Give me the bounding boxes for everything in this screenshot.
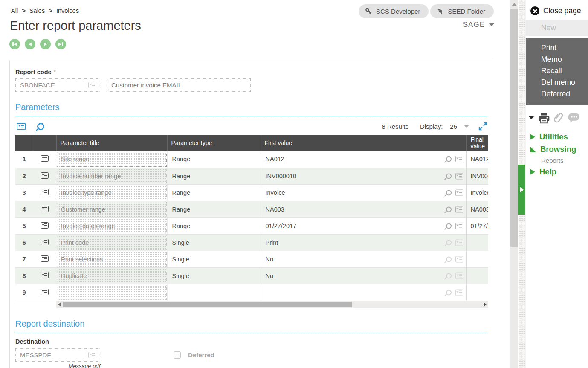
last-record-button[interactable] bbox=[55, 39, 66, 49]
row-detail-icon[interactable] bbox=[41, 239, 49, 245]
scroll-left-icon[interactable] bbox=[58, 302, 61, 307]
fullscreen-icon[interactable] bbox=[478, 122, 487, 131]
action-recall[interactable]: Recall bbox=[541, 65, 588, 77]
scrollbar-thumb[interactable] bbox=[63, 302, 352, 307]
new-button[interactable]: New bbox=[526, 20, 588, 36]
first-value-cell[interactable] bbox=[261, 284, 466, 301]
chevron-down-icon[interactable] bbox=[529, 116, 534, 119]
row-detail-icon[interactable] bbox=[41, 155, 49, 162]
row-detail-icon[interactable] bbox=[41, 189, 49, 195]
endpoint-selector[interactable]: SAGE bbox=[463, 20, 495, 29]
lookup-icon[interactable] bbox=[455, 256, 463, 262]
parameter-type-cell: Single bbox=[167, 251, 261, 267]
user-button[interactable]: SCS Developer bbox=[359, 4, 429, 18]
detail-list-icon[interactable] bbox=[17, 123, 26, 130]
action-deferred[interactable]: Deferred bbox=[541, 88, 588, 100]
scroll-right-icon[interactable] bbox=[484, 302, 487, 307]
lookup-icon[interactable] bbox=[455, 206, 463, 212]
row-detail-icon[interactable] bbox=[41, 222, 49, 229]
previous-record-button[interactable] bbox=[25, 39, 35, 49]
scrollbar-thumb[interactable] bbox=[510, 9, 518, 247]
search-icon[interactable] bbox=[446, 206, 452, 212]
lookup-icon[interactable] bbox=[455, 173, 463, 179]
lookup-icon[interactable] bbox=[88, 352, 96, 358]
search-icon[interactable] bbox=[446, 290, 452, 295]
lookup-icon[interactable] bbox=[88, 82, 96, 88]
chevron-right-icon bbox=[530, 169, 535, 175]
final-value-cell[interactable]: INV000010 bbox=[466, 168, 488, 184]
attachment-icon[interactable] bbox=[553, 112, 565, 124]
search-icon[interactable] bbox=[446, 156, 452, 162]
lookup-icon[interactable] bbox=[455, 239, 463, 246]
print-icon[interactable] bbox=[537, 111, 551, 124]
nav-browsing[interactable]: Browsing bbox=[530, 145, 588, 154]
final-value-cell[interactable]: Invoice bbox=[466, 184, 488, 201]
final-value-cell[interactable] bbox=[466, 284, 488, 301]
breadcrumb-all[interactable]: All bbox=[11, 7, 18, 14]
action-memo[interactable]: Memo bbox=[541, 54, 588, 65]
first-value-cell[interactable]: Print bbox=[261, 234, 466, 251]
panel-collapse-handle[interactable] bbox=[518, 165, 525, 215]
action-del-memo[interactable]: Del memo bbox=[541, 77, 588, 88]
row-detail-icon[interactable] bbox=[41, 289, 49, 295]
final-value-cell[interactable]: NA012 bbox=[466, 151, 488, 168]
parameter-title-cell[interactable]: Invoice type range bbox=[57, 185, 167, 200]
lookup-icon[interactable] bbox=[455, 223, 463, 229]
nav-utilities[interactable]: Utilities bbox=[530, 132, 588, 142]
nav-reports[interactable]: Reports bbox=[541, 157, 588, 164]
first-record-button[interactable] bbox=[9, 39, 20, 49]
scroll-up-icon[interactable] bbox=[512, 3, 517, 6]
search-icon[interactable] bbox=[446, 173, 452, 179]
parameter-title-cell[interactable]: Invoice number range bbox=[57, 169, 167, 183]
lookup-icon[interactable] bbox=[455, 189, 463, 196]
chevron-down-icon[interactable] bbox=[464, 125, 469, 128]
display-value[interactable]: 25 bbox=[450, 123, 457, 130]
parameter-title-cell[interactable]: Site range bbox=[57, 152, 167, 167]
final-value-cell[interactable]: NA003 bbox=[466, 201, 488, 217]
search-icon[interactable] bbox=[446, 223, 452, 229]
search-icon[interactable] bbox=[37, 123, 44, 130]
parameter-title-cell[interactable]: Print code bbox=[57, 235, 167, 250]
final-value-cell[interactable] bbox=[466, 234, 488, 251]
parameter-title-cell[interactable]: Print selections bbox=[57, 252, 167, 267]
first-value-cell[interactable]: 01/27/2017 bbox=[261, 217, 466, 234]
search-icon[interactable] bbox=[446, 256, 452, 262]
search-icon[interactable] bbox=[446, 190, 452, 195]
folder-button[interactable]: SEED Folder bbox=[430, 4, 494, 18]
final-value-cell[interactable]: 01/27/2017 bbox=[466, 217, 488, 234]
breadcrumb-invoices[interactable]: Invoices bbox=[56, 7, 79, 14]
first-value-cell[interactable]: INV000010 bbox=[261, 168, 466, 184]
comments-icon[interactable] bbox=[567, 112, 581, 123]
search-icon[interactable] bbox=[446, 240, 452, 245]
vertical-scrollbar[interactable] bbox=[510, 0, 518, 368]
row-detail-icon[interactable] bbox=[41, 172, 49, 179]
lookup-icon[interactable] bbox=[455, 156, 463, 162]
next-record-button[interactable] bbox=[40, 39, 51, 49]
final-value-cell[interactable] bbox=[466, 251, 488, 267]
first-value-cell[interactable]: NA012 bbox=[261, 151, 466, 168]
nav-help[interactable]: Help bbox=[530, 167, 588, 177]
row-detail-icon[interactable] bbox=[41, 255, 49, 262]
row-detail-icon[interactable] bbox=[41, 206, 49, 212]
lookup-icon[interactable] bbox=[455, 289, 463, 296]
final-value-cell[interactable] bbox=[466, 267, 488, 284]
close-page-button[interactable]: Close page bbox=[526, 0, 588, 15]
grid-horizontal-scrollbar[interactable] bbox=[56, 301, 488, 308]
parameter-title-cell[interactable] bbox=[57, 285, 167, 300]
parameter-title-cell[interactable]: Invoice dates range bbox=[57, 219, 167, 233]
lookup-icon[interactable] bbox=[455, 272, 463, 279]
row-detail-icon[interactable] bbox=[41, 272, 49, 278]
destination-input[interactable]: MESSPDF bbox=[15, 348, 100, 362]
search-icon[interactable] bbox=[446, 273, 452, 278]
breadcrumb-sales[interactable]: Sales bbox=[29, 7, 45, 14]
parameter-title-cell[interactable]: Duplicate bbox=[57, 269, 167, 283]
report-code-input[interactable]: SBONFACE bbox=[15, 78, 100, 92]
action-print[interactable]: Print bbox=[541, 42, 588, 54]
first-value-cell[interactable]: NA003 bbox=[261, 201, 466, 217]
deferred-checkbox[interactable] bbox=[174, 351, 181, 359]
first-value-cell[interactable]: Invoice bbox=[261, 184, 466, 201]
first-value-cell[interactable]: No bbox=[261, 267, 466, 284]
report-description-input[interactable]: Customer invoice EMAIL bbox=[107, 78, 251, 92]
parameter-title-cell[interactable]: Customer range bbox=[57, 202, 167, 217]
first-value-cell[interactable]: No bbox=[261, 251, 466, 267]
